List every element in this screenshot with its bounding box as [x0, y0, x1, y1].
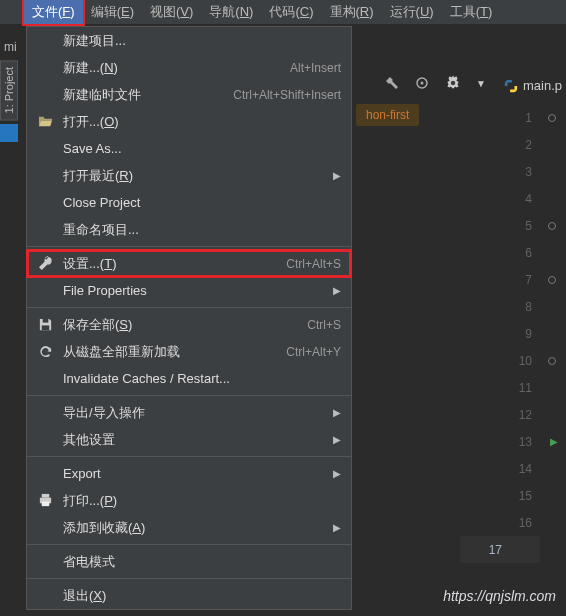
- python-file-icon: [504, 79, 518, 93]
- menu-item-label: 保存全部(S): [63, 316, 307, 334]
- menu-item[interactable]: 省电模式: [27, 548, 351, 575]
- file-menu-dropdown: 新建项目...新建...(N)Alt+Insert新建临时文件Ctrl+Alt+…: [26, 26, 352, 610]
- svg-rect-2: [41, 494, 49, 498]
- menu-item-label: Save As...: [63, 141, 341, 156]
- menu-item-label: 导出/导入操作: [63, 404, 333, 422]
- gutter-line[interactable]: 11: [490, 374, 540, 401]
- svg-point-7: [451, 81, 456, 86]
- svg-point-6: [421, 82, 424, 85]
- dropdown-arrow-icon[interactable]: ▼: [476, 78, 486, 89]
- gutter-line[interactable]: 12: [490, 401, 540, 428]
- structure-tool-tab[interactable]: [0, 124, 18, 142]
- menu-item-label: 打印...(P): [63, 492, 341, 510]
- submenu-arrow-icon: ▶: [333, 434, 341, 445]
- submenu-arrow-icon: ▶: [333, 170, 341, 181]
- menu-文件F[interactable]: 文件(F): [24, 0, 83, 24]
- menu-item[interactable]: 重命名项目...: [27, 216, 351, 243]
- editor-tab[interactable]: main.p: [504, 78, 562, 93]
- menu-item-shortcut: Alt+Insert: [290, 61, 341, 75]
- gutter-line[interactable]: 14: [490, 455, 540, 482]
- gutter-line[interactable]: 3: [490, 158, 540, 185]
- project-tool-tab[interactable]: 1: Project: [0, 60, 18, 120]
- menu-编辑E[interactable]: 编辑(E): [83, 0, 142, 24]
- menu-item[interactable]: 打印...(P): [27, 487, 351, 514]
- menu-item-label: Close Project: [63, 195, 341, 210]
- menu-item-label: 新建项目...: [63, 32, 341, 50]
- menu-item-label: File Properties: [63, 283, 333, 298]
- editor-tab-label: main.p: [523, 78, 562, 93]
- gutter-line[interactable]: 8: [490, 293, 540, 320]
- gutter-line[interactable]: 1: [490, 104, 540, 131]
- menu-item[interactable]: 退出(X): [27, 582, 351, 609]
- menu-item-label: Export: [63, 466, 333, 481]
- menu-重构R[interactable]: 重构(R): [322, 0, 382, 24]
- gear-icon[interactable]: [444, 74, 462, 92]
- gutter-line[interactable]: 2: [490, 131, 540, 158]
- menu-item[interactable]: 新建临时文件Ctrl+Alt+Shift+Insert: [27, 81, 351, 108]
- hammer-icon[interactable]: [384, 75, 400, 91]
- menu-item-label: 重命名项目...: [63, 221, 341, 239]
- menu-item[interactable]: 其他设置▶: [27, 426, 351, 453]
- blank-icon: [37, 60, 53, 76]
- menu-item[interactable]: 新建...(N)Alt+Insert: [27, 54, 351, 81]
- menu-item[interactable]: 打开最近(R)▶: [27, 162, 351, 189]
- menu-导航N[interactable]: 导航(N): [201, 0, 261, 24]
- gutter-line[interactable]: 9: [490, 320, 540, 347]
- gutter-line[interactable]: 6: [490, 239, 540, 266]
- gutter-line[interactable]: 15: [490, 482, 540, 509]
- print-icon: [37, 493, 53, 509]
- menu-item[interactable]: 保存全部(S)Ctrl+S: [27, 311, 351, 338]
- blank-icon: [37, 168, 53, 184]
- blank-icon: [37, 432, 53, 448]
- target-icon[interactable]: [414, 75, 430, 91]
- gutter-line[interactable]: 16: [490, 509, 540, 536]
- editor-gutter: 1234567891011121314151617: [490, 104, 540, 563]
- menu-item[interactable]: File Properties▶: [27, 277, 351, 304]
- menu-item-label: Invalidate Caches / Restart...: [63, 371, 341, 386]
- gutter-line[interactable]: 10: [490, 347, 540, 374]
- menu-item-label: 打开最近(R): [63, 167, 333, 185]
- folder-open-icon: [37, 114, 53, 130]
- menu-视图V[interactable]: 视图(V): [142, 0, 201, 24]
- project-label-fragment: mi: [4, 40, 17, 54]
- menu-item[interactable]: Export▶: [27, 460, 351, 487]
- submenu-arrow-icon: ▶: [333, 285, 341, 296]
- side-panel: 1: Project: [0, 60, 20, 142]
- blank-icon: [37, 520, 53, 536]
- menu-item-label: 省电模式: [63, 553, 341, 571]
- menu-运行U[interactable]: 运行(U): [382, 0, 442, 24]
- submenu-arrow-icon: ▶: [333, 407, 341, 418]
- reload-icon: [37, 344, 53, 360]
- blank-icon: [37, 405, 53, 421]
- menu-item[interactable]: 设置...(T)Ctrl+Alt+S: [27, 250, 351, 277]
- menu-item-label: 打开...(O): [63, 113, 341, 131]
- blank-icon: [37, 141, 53, 157]
- menu-代码C[interactable]: 代码(C): [261, 0, 321, 24]
- menu-item-label: 新建...(N): [63, 59, 290, 77]
- blank-icon: [37, 87, 53, 103]
- menubar: 文件(F)编辑(E)视图(V)导航(N)代码(C)重构(R)运行(U)工具(T): [0, 0, 566, 24]
- gutter-line[interactable]: 7: [490, 266, 540, 293]
- menu-item[interactable]: 从磁盘全部重新加载Ctrl+Alt+Y: [27, 338, 351, 365]
- gutter-line[interactable]: 5: [490, 212, 540, 239]
- wrench-icon: [37, 256, 53, 272]
- menu-item[interactable]: 新建项目...: [27, 27, 351, 54]
- menu-item-label: 添加到收藏(A): [63, 519, 333, 537]
- menu-工具T[interactable]: 工具(T): [442, 0, 501, 24]
- menu-item-label: 新建临时文件: [63, 86, 233, 104]
- gutter-line[interactable]: 13: [490, 428, 540, 455]
- menu-item[interactable]: Invalidate Caches / Restart...: [27, 365, 351, 392]
- menu-item[interactable]: Close Project: [27, 189, 351, 216]
- menu-item-shortcut: Ctrl+Alt+Y: [286, 345, 341, 359]
- menu-item[interactable]: 添加到收藏(A)▶: [27, 514, 351, 541]
- toolbar-right: ▼: [384, 74, 486, 92]
- menu-item[interactable]: Save As...: [27, 135, 351, 162]
- menu-item[interactable]: 打开...(O): [27, 108, 351, 135]
- blank-icon: [37, 554, 53, 570]
- menu-item-shortcut: Ctrl+Alt+Shift+Insert: [233, 88, 341, 102]
- gutter-line[interactable]: 4: [490, 185, 540, 212]
- breadcrumb[interactable]: hon-first: [356, 104, 419, 126]
- blank-icon: [37, 283, 53, 299]
- gutter-line[interactable]: 17: [460, 536, 540, 563]
- menu-item[interactable]: 导出/导入操作▶: [27, 399, 351, 426]
